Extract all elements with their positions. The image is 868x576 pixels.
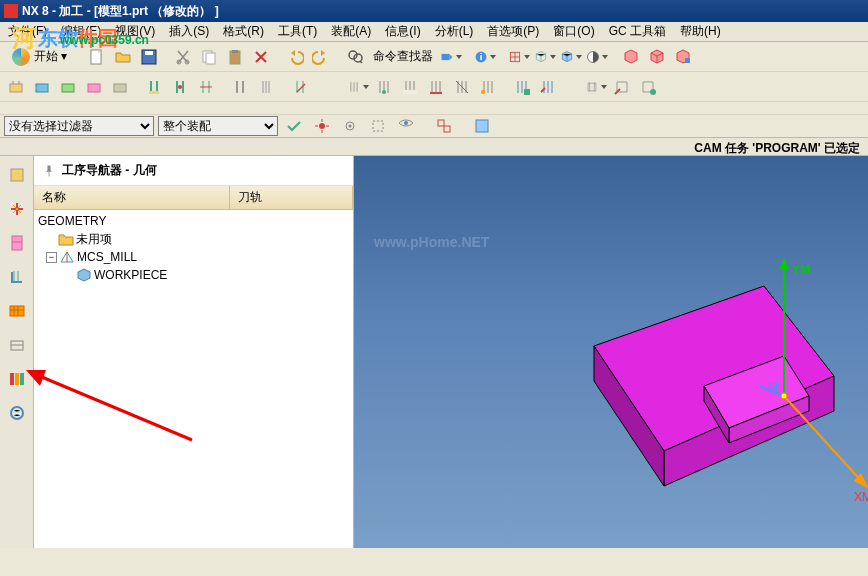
svg-rect-35 (476, 120, 488, 132)
filter-select[interactable]: 没有选择过滤器 (4, 116, 154, 136)
delete-icon[interactable] (249, 45, 273, 69)
cam-m5-icon[interactable] (450, 75, 474, 99)
watermark-text: www.pHome.NET (374, 234, 489, 250)
menu-assembly[interactable]: 装配(A) (325, 23, 377, 40)
view3-icon[interactable] (559, 45, 583, 69)
status-bar: CAM 任务 'PROGRAM' 已选定 (0, 138, 868, 156)
menu-tools[interactable]: 工具(T) (272, 23, 323, 40)
svg-rect-37 (12, 236, 22, 250)
svg-line-59 (37, 375, 192, 440)
spacer (0, 102, 868, 108)
operation-navigator: 工序导航器 - 几何 名称 刀轨 GEOMETRY 未用项 − MCS_MILL (34, 156, 354, 548)
cam-m1-icon[interactable] (346, 75, 370, 99)
svg-rect-41 (15, 373, 19, 385)
menu-prefs[interactable]: 首选项(P) (481, 23, 545, 40)
svg-rect-33 (438, 120, 444, 126)
cam-op3-icon[interactable] (56, 75, 80, 99)
svg-point-29 (319, 123, 325, 129)
svg-rect-34 (444, 126, 450, 132)
scope-select[interactable]: 整个装配 (158, 116, 278, 136)
cam-op2-icon[interactable] (30, 75, 54, 99)
cam-g2-icon[interactable] (254, 75, 278, 99)
cam-m2-icon[interactable] (372, 75, 396, 99)
sb-nav3-icon[interactable] (4, 230, 30, 256)
cam-t3-icon[interactable] (194, 75, 218, 99)
cam-op5-icon[interactable] (108, 75, 132, 99)
info-icon[interactable]: i (473, 45, 497, 69)
menu-window[interactable]: 窗口(O) (547, 23, 600, 40)
cam-s1-icon[interactable] (510, 75, 534, 99)
menu-info[interactable]: 信息(I) (379, 23, 426, 40)
cam-p1-icon[interactable] (288, 75, 312, 99)
cmd-finder-icon[interactable] (343, 45, 367, 69)
svg-rect-20 (88, 84, 100, 92)
cam-m3-icon[interactable] (398, 75, 422, 99)
col-name[interactable]: 名称 (34, 186, 230, 209)
svg-rect-21 (114, 84, 126, 92)
view4-icon[interactable] (585, 45, 609, 69)
f-btn6-icon[interactable] (432, 114, 456, 138)
svg-point-43 (11, 407, 23, 419)
cam-x3-icon[interactable] (636, 75, 660, 99)
svg-text:XM: XM (854, 490, 868, 504)
cam-op1-icon[interactable] (4, 75, 28, 99)
paste-icon[interactable] (223, 45, 247, 69)
sb-nav5-icon[interactable] (4, 298, 30, 324)
sb-nav6-icon[interactable] (4, 332, 30, 358)
menu-gc[interactable]: GC 工具箱 (603, 23, 672, 40)
cam-m6-icon[interactable] (476, 75, 500, 99)
svg-rect-11 (442, 53, 450, 59)
nav-columns: 名称 刀轨 (34, 186, 353, 210)
copy-icon[interactable] (197, 45, 221, 69)
tree-row-mcs[interactable]: − MCS_MILL (34, 248, 353, 266)
cam-x1-icon[interactable] (584, 75, 608, 99)
svg-rect-16 (685, 58, 690, 63)
tree-row-geometry[interactable]: GEOMETRY (34, 212, 353, 230)
cam-t1-icon[interactable] (142, 75, 166, 99)
window-title: NX 8 - 加工 - [模型1.prt （修改的） ] (22, 3, 219, 20)
box2-icon[interactable] (645, 45, 669, 69)
viewport[interactable]: www.pHome.NET YM XM M (354, 156, 868, 548)
f-btn4-icon[interactable] (366, 114, 390, 138)
svg-text:i: i (480, 52, 483, 62)
menu-help[interactable]: 帮助(H) (674, 23, 727, 40)
view2-icon[interactable] (533, 45, 557, 69)
menu-format[interactable]: 格式(R) (217, 23, 270, 40)
svg-rect-38 (10, 306, 24, 316)
sb-nav1-icon[interactable] (4, 162, 30, 188)
f-btn5-icon[interactable] (394, 114, 418, 138)
sb-nav2-icon[interactable] (4, 196, 30, 222)
svg-rect-25 (403, 90, 417, 94)
redo-icon[interactable] (309, 45, 333, 69)
svg-rect-27 (524, 89, 530, 95)
part-3d (574, 256, 854, 516)
tree-row-unused[interactable]: 未用项 (34, 230, 353, 248)
view1-icon[interactable] (507, 45, 531, 69)
svg-point-28 (650, 89, 656, 95)
cam-t2-icon[interactable] (168, 75, 192, 99)
svg-point-26 (481, 90, 485, 94)
f-btn1-icon[interactable] (282, 114, 306, 138)
undo-icon[interactable] (283, 45, 307, 69)
collapse-icon[interactable]: − (46, 252, 57, 263)
f-btn2-icon[interactable] (310, 114, 334, 138)
svg-rect-17 (10, 84, 22, 92)
title-bar: NX 8 - 加工 - [模型1.prt （修改的） ] (0, 0, 868, 22)
svg-marker-60 (26, 370, 46, 386)
cam-op4-icon[interactable] (82, 75, 106, 99)
f-btn7-icon[interactable] (470, 114, 494, 138)
sb-nav4-icon[interactable] (4, 264, 30, 290)
cam-s2-icon[interactable] (536, 75, 560, 99)
svg-rect-22 (149, 91, 159, 94)
box3-icon[interactable] (671, 45, 695, 69)
cam-m4-icon[interactable] (424, 75, 448, 99)
menu-analysis[interactable]: 分析(L) (429, 23, 480, 40)
tree-row-workpiece[interactable]: WORKPIECE (34, 266, 353, 284)
f-btn3-icon[interactable] (338, 114, 362, 138)
box1-icon[interactable] (619, 45, 643, 69)
cam-g1-icon[interactable] (228, 75, 252, 99)
col-tool[interactable]: 刀轨 (230, 186, 353, 209)
cam-x2-icon[interactable] (610, 75, 634, 99)
cmd-finder-go-icon[interactable] (439, 45, 463, 69)
callout-arrow (22, 360, 202, 450)
